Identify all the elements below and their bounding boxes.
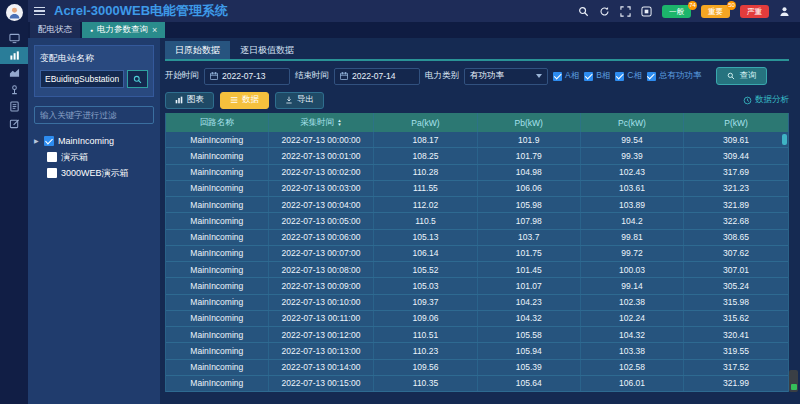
table-row[interactable]: MainIncoming 2022-07-13 00:03:00 111.55 … (166, 181, 788, 197)
cell-pb: 104.32 (478, 311, 581, 326)
avatar[interactable] (6, 4, 23, 21)
tree-item-3000web-demo-box[interactable]: 3000WEB演示箱 (34, 165, 154, 181)
table-row[interactable]: MainIncoming 2022-07-13 00:01:00 108.25 … (166, 148, 788, 164)
tab-power-parameter-query[interactable]: ● 电力参数查询 × (82, 22, 165, 38)
cell-pa: 110.35 (374, 376, 477, 391)
cell-circuit-name: MainIncoming (166, 376, 269, 391)
user-icon[interactable] (779, 6, 790, 17)
edit-icon[interactable] (0, 115, 28, 132)
icon-sidebar (0, 0, 28, 404)
column-header-pb[interactable]: Pb(kW) (478, 113, 581, 132)
cell-circuit-name: MainIncoming (166, 278, 269, 293)
power-category-select[interactable]: 有功功率 (464, 68, 548, 85)
table-row[interactable]: MainIncoming 2022-07-13 00:04:00 112.02 … (166, 197, 788, 213)
tab-distribution-status[interactable]: 配电状态 (30, 22, 80, 38)
export-button[interactable]: 导出 (275, 92, 324, 109)
data-table: 回路名称 采集时间 ▲▼ Pa(kW) Pb(kW) Pc(kW) P(kW) (165, 113, 789, 392)
table-row[interactable]: MainIncoming 2022-07-13 00:06:00 105.13 … (166, 230, 788, 246)
dashboard-icon[interactable] (0, 30, 28, 47)
cell-pb: 107.98 (478, 213, 581, 228)
cell-p: 315.98 (684, 295, 788, 310)
data-analysis-link[interactable]: 数据分析 (743, 94, 789, 106)
chart-view-button[interactable]: 图表 (165, 92, 214, 109)
analysis-icon (743, 96, 752, 105)
table-row[interactable]: MainIncoming 2022-07-13 00:10:00 109.37 … (166, 295, 788, 311)
navbar-actions: 一般 74 重要 50 严重 (578, 5, 790, 18)
cell-pb: 105.98 (478, 197, 581, 212)
column-header-p[interactable]: P(kW) (684, 113, 788, 132)
table-row[interactable]: MainIncoming 2022-07-13 00:14:00 109.56 … (166, 360, 788, 376)
tree-item-main-incoming[interactable]: ▶ MainIncoming (34, 133, 154, 149)
cell-pa: 105.52 (374, 262, 477, 277)
table-scrollbar-thumb[interactable] (782, 134, 787, 145)
bar-chart-icon[interactable] (0, 47, 28, 64)
start-date-input[interactable]: 2022-07-13 (204, 68, 290, 85)
report-icon[interactable] (0, 98, 28, 115)
column-header-pa[interactable]: Pa(kW) (374, 113, 477, 132)
cell-p: 307.01 (684, 262, 788, 277)
tab-daily-extreme-data[interactable]: 逐日极值数据 (230, 41, 304, 59)
checkbox-unchecked[interactable] (47, 152, 57, 162)
cell-p: 317.52 (684, 360, 788, 375)
hamburger-icon[interactable] (34, 7, 45, 16)
search-icon[interactable] (578, 6, 589, 17)
cell-pc: 99.72 (581, 246, 684, 261)
alarm-general-button[interactable]: 一般 74 (662, 5, 691, 18)
query-button[interactable]: 查询 (716, 67, 767, 85)
sort-icon[interactable]: ▲▼ (337, 119, 341, 126)
total-active-power-checkbox[interactable]: 总有功功率 (647, 70, 702, 82)
top-navbar: Acrel-3000WEB电能管理系统 一般 74 重要 50 严重 (28, 0, 800, 22)
end-date-input[interactable]: 2022-07-14 (334, 68, 420, 85)
table-row[interactable]: MainIncoming 2022-07-13 00:11:00 109.06 … (166, 311, 788, 327)
checkbox-checked (647, 72, 656, 81)
active-dot-icon: ● (90, 28, 93, 33)
table-row[interactable]: MainIncoming 2022-07-13 00:05:00 110.5 1… (166, 213, 788, 229)
table-row[interactable]: MainIncoming 2022-07-13 00:07:00 106.14 … (166, 246, 788, 262)
floating-widget[interactable] (789, 370, 798, 392)
cell-pc: 99.14 (581, 278, 684, 293)
cell-circuit-name: MainIncoming (166, 148, 269, 163)
phase-a-checkbox[interactable]: A相 (553, 70, 579, 82)
tree-item-demo-box[interactable]: 演示箱 (34, 149, 154, 165)
app-window: Acrel-3000WEB电能管理系统 一般 74 重要 50 严重 (0, 0, 800, 404)
cell-circuit-name: MainIncoming (166, 230, 269, 245)
cell-p: 317.69 (684, 165, 788, 180)
column-header-circuit[interactable]: 回路名称 (166, 113, 269, 132)
table-row[interactable]: MainIncoming 2022-07-13 00:15:00 110.35 … (166, 376, 788, 392)
column-header-time[interactable]: 采集时间 ▲▼ (269, 113, 375, 132)
checkbox-unchecked[interactable] (47, 168, 57, 178)
table-row[interactable]: MainIncoming 2022-07-13 00:12:00 110.51 … (166, 327, 788, 343)
refresh-icon[interactable] (599, 6, 610, 17)
alarm-severe-button[interactable]: 严重 (740, 5, 769, 18)
tab-daily-raw-data[interactable]: 日原始数据 (165, 41, 230, 59)
table-row[interactable]: MainIncoming 2022-07-13 00:09:00 105.03 … (166, 278, 788, 294)
apps-icon[interactable] (641, 6, 652, 17)
phase-b-checkbox[interactable]: B相 (584, 70, 610, 82)
checkbox-checked[interactable] (44, 136, 54, 146)
phase-c-checkbox[interactable]: C相 (615, 70, 642, 82)
table-row[interactable]: MainIncoming 2022-07-13 00:02:00 110.28 … (166, 165, 788, 181)
tree-filter-input[interactable] (34, 106, 154, 124)
cell-collect-time: 2022-07-13 00:10:00 (269, 295, 375, 310)
cell-p: 309.44 (684, 148, 788, 163)
fullscreen-icon[interactable] (620, 6, 631, 17)
column-header-pc[interactable]: Pc(kW) (581, 113, 684, 132)
device-icon[interactable] (0, 81, 28, 98)
cell-pc: 103.89 (581, 197, 684, 212)
station-search-button[interactable] (127, 70, 148, 88)
area-chart-icon[interactable] (0, 64, 28, 81)
cell-collect-time: 2022-07-13 00:04:00 (269, 197, 375, 212)
caret-icon[interactable]: ▶ (34, 138, 40, 144)
table-row[interactable]: MainIncoming 2022-07-13 00:13:00 110.23 … (166, 343, 788, 359)
cell-pc: 99.39 (581, 148, 684, 163)
alarm-important-button[interactable]: 重要 50 (701, 5, 730, 18)
table-row[interactable]: MainIncoming 2022-07-13 00:00:00 108.17 … (166, 132, 788, 148)
cell-collect-time: 2022-07-13 00:03:00 (269, 181, 375, 196)
table-row[interactable]: MainIncoming 2022-07-13 00:08:00 105.52 … (166, 262, 788, 278)
cell-pa: 110.51 (374, 327, 477, 342)
cell-collect-time: 2022-07-13 00:13:00 (269, 343, 375, 358)
cell-collect-time: 2022-07-13 00:07:00 (269, 246, 375, 261)
data-view-button[interactable]: 数据 (220, 92, 269, 109)
station-input[interactable] (40, 70, 124, 88)
close-icon[interactable]: × (152, 26, 157, 35)
